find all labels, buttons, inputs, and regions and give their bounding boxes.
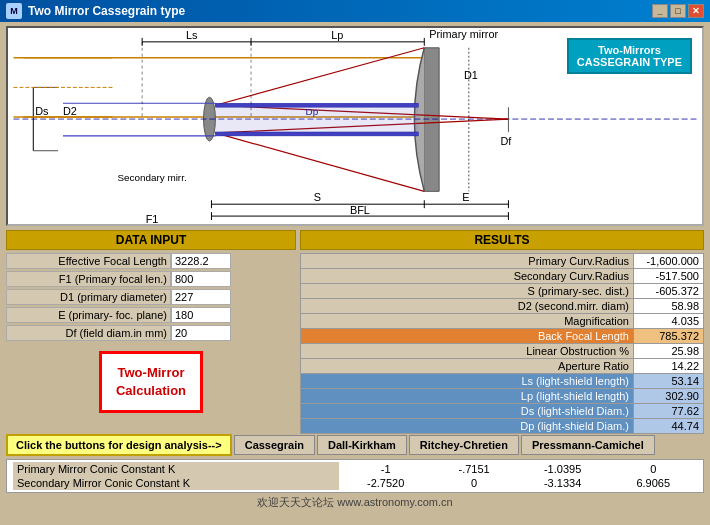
cassegrain-button[interactable]: Cassegrain — [234, 435, 315, 455]
svg-text:D1: D1 — [464, 69, 478, 81]
efl-label: Effective Focal Length — [6, 253, 171, 269]
svg-text:Lp: Lp — [331, 29, 343, 41]
svg-text:F1: F1 — [146, 213, 159, 224]
result-value-0: -1,600.000 — [634, 254, 704, 269]
main-content: Ls Lp Primary mirror D1 Df — [0, 22, 710, 512]
pressmann-camichel-button[interactable]: Pressmann-Camichel — [521, 435, 655, 455]
input-row-df: Df (field diam.in mm) — [6, 325, 296, 341]
results-panel: RESULTS Primary Curv.Radius -1,600.000 S… — [300, 230, 704, 430]
window-title: Two Mirror Cassegrain type — [28, 4, 185, 18]
constant-value-1-0: -2.7520 — [339, 476, 433, 490]
f1-label: F1 (Primary focal len.) — [6, 271, 171, 287]
result-label-0: Primary Curv.Radius — [301, 254, 634, 269]
svg-rect-11 — [215, 132, 418, 136]
svg-text:D2: D2 — [63, 105, 77, 117]
constant-value-0-2: -1.0395 — [516, 462, 610, 476]
svg-text:Dp: Dp — [306, 106, 319, 117]
df-label: Df (field diam.in mm) — [6, 325, 171, 341]
bottom-row: Click the buttons for design analysis-->… — [6, 434, 704, 456]
constants-row-label-1: Secondary Mirror Conic Constant K — [13, 476, 339, 490]
constants-row: Primary Mirror Conic Constant K-1-.7151-… — [6, 459, 704, 493]
title-bar: M Two Mirror Cassegrain type _ □ ✕ — [0, 0, 710, 22]
app-icon: M — [6, 3, 22, 19]
result-value-4: 4.035 — [634, 314, 704, 329]
result-label-2: S (primary-sec. dist.) — [301, 284, 634, 299]
results-header: RESULTS — [300, 230, 704, 250]
d1-field[interactable] — [171, 289, 231, 305]
e-field[interactable] — [171, 307, 231, 323]
result-value-11: 44.74 — [634, 419, 704, 434]
svg-text:Primary mirror: Primary mirror — [429, 28, 498, 40]
result-label-3: D2 (second.mirr. diam) — [301, 299, 634, 314]
result-value-3: 58.98 — [634, 299, 704, 314]
input-row-efl: Effective Focal Length — [6, 253, 296, 269]
diagram-area: Ls Lp Primary mirror D1 Df — [6, 26, 704, 226]
e-label: E (primary- foc. plane) — [6, 307, 171, 323]
maximize-button[interactable]: □ — [670, 4, 686, 18]
result-value-10: 77.62 — [634, 404, 704, 419]
svg-text:Ds: Ds — [35, 105, 49, 117]
result-value-6: 25.98 — [634, 344, 704, 359]
constant-value-1-2: -3.1334 — [516, 476, 610, 490]
svg-text:E: E — [462, 191, 469, 203]
click-hint: Click the buttons for design analysis--> — [6, 434, 232, 456]
result-label-9: Lp (light-shield length) — [301, 389, 634, 404]
calc-button[interactable]: Two-Mirror Calculation — [99, 351, 203, 413]
ritchey-chretien-button[interactable]: Ritchey-Chretien — [409, 435, 519, 455]
result-label-5: Back Focal Length — [301, 329, 634, 344]
two-mirrors-line1: Two-Mirrors — [577, 44, 682, 56]
calc-button-area: Two-Mirror Calculation — [6, 341, 296, 413]
input-row-e: E (primary- foc. plane) — [6, 307, 296, 323]
f1-field[interactable] — [171, 271, 231, 287]
result-value-1: -517.500 — [634, 269, 704, 284]
result-label-1: Secondary Curv.Radius — [301, 269, 634, 284]
input-row-d1: D1 (primary diameter) — [6, 289, 296, 305]
constant-value-0-1: -.7151 — [433, 462, 516, 476]
title-controls: _ □ ✕ — [652, 4, 704, 18]
constants-table: Primary Mirror Conic Constant K-1-.7151-… — [13, 462, 697, 490]
two-mirrors-label: Two-Mirrors CASSEGRAIN TYPE — [567, 38, 692, 74]
svg-text:Secondary mirr.: Secondary mirr. — [117, 172, 186, 183]
svg-marker-3 — [424, 48, 439, 192]
d1-label: D1 (primary diameter) — [6, 289, 171, 305]
results-table: Primary Curv.Radius -1,600.000 Secondary… — [300, 253, 704, 434]
svg-text:S: S — [314, 191, 321, 203]
close-button[interactable]: ✕ — [688, 4, 704, 18]
two-mirrors-line2: CASSEGRAIN TYPE — [577, 56, 682, 68]
df-field[interactable] — [171, 325, 231, 341]
result-label-7: Aperture Ratio — [301, 359, 634, 374]
result-label-10: Ds (light-shield Diam.) — [301, 404, 634, 419]
data-input-header: DATA INPUT — [6, 230, 296, 250]
constant-value-1-1: 0 — [433, 476, 516, 490]
constants-row-label-0: Primary Mirror Conic Constant K — [13, 462, 339, 476]
result-label-6: Linear Obstruction % — [301, 344, 634, 359]
result-value-9: 302.90 — [634, 389, 704, 404]
title-bar-left: M Two Mirror Cassegrain type — [6, 3, 185, 19]
constant-value-0-0: -1 — [339, 462, 433, 476]
input-row-f1: F1 (Primary focal len.) — [6, 271, 296, 287]
svg-text:BFL: BFL — [350, 204, 370, 216]
svg-text:Df: Df — [501, 135, 513, 147]
website-row: 欢迎天天文论坛 www.astronomy.com.cn — [6, 495, 704, 510]
result-label-4: Magnification — [301, 314, 634, 329]
panels-row: DATA INPUT Effective Focal Length F1 (Pr… — [6, 230, 704, 430]
minimize-button[interactable]: _ — [652, 4, 668, 18]
result-label-11: Dp (light-shield Diam.) — [301, 419, 634, 434]
main-window: M Two Mirror Cassegrain type _ □ ✕ — [0, 0, 710, 525]
svg-text:Ls: Ls — [186, 29, 198, 41]
result-value-7: 14.22 — [634, 359, 704, 374]
constant-value-1-3: 6.9065 — [610, 476, 697, 490]
result-label-8: Ls (light-shield length) — [301, 374, 634, 389]
dall-kirkham-button[interactable]: Dall-Kirkham — [317, 435, 407, 455]
efl-field[interactable] — [171, 253, 231, 269]
constant-value-0-3: 0 — [610, 462, 697, 476]
input-rows: Effective Focal Length F1 (Primary focal… — [6, 253, 296, 341]
result-value-8: 53.14 — [634, 374, 704, 389]
data-input-panel: DATA INPUT Effective Focal Length F1 (Pr… — [6, 230, 296, 430]
result-value-5: 785.372 — [634, 329, 704, 344]
result-value-2: -605.372 — [634, 284, 704, 299]
